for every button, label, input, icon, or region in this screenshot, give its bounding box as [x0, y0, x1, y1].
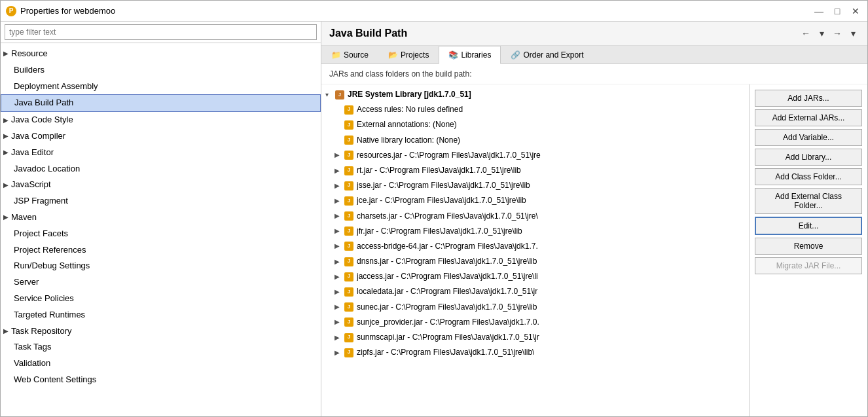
- tab-projects[interactable]: 📂 Projects: [378, 46, 439, 63]
- tree-item-sunmscapi-jar[interactable]: ▶ J sunmscapi.jar - C:\Program Files\Jav…: [321, 330, 749, 345]
- add-class-folder-button[interactable]: Add Class Folder...: [755, 168, 862, 185]
- tree-expand-icon: ▶: [335, 272, 344, 282]
- sidebar-item-project-facets[interactable]: Project Facets: [1, 226, 321, 242]
- tree-item-access-rules[interactable]: J Access rules: No rules defined: [321, 102, 749, 117]
- tree-item-jce-jar[interactable]: ▶ J jce.jar - C:\Program Files\Java\jdk1…: [321, 193, 749, 208]
- arrow-icon: ▶: [3, 48, 9, 59]
- sidebar-item-task-repository[interactable]: ▶ Task Repository: [1, 323, 321, 340]
- arrow-icon: ▶: [3, 115, 9, 126]
- sidebar-item-java-compiler[interactable]: ▶ Java Compiler: [1, 128, 321, 145]
- migrate-jar-button[interactable]: Migrate JAR File...: [755, 257, 862, 274]
- dropdown-button[interactable]: ▾: [815, 27, 828, 40]
- sidebar-item-label: Project Facets: [14, 227, 68, 241]
- sidebar-item-builders[interactable]: Builders: [1, 62, 321, 79]
- sidebar-item-service-policies[interactable]: Service Policies: [1, 291, 321, 307]
- add-library-button[interactable]: Add Library...: [755, 149, 862, 166]
- tree-expand-icon: ▶: [335, 196, 344, 206]
- sidebar-item-label: Maven: [11, 211, 37, 225]
- tree-item-dnsns-jar[interactable]: ▶ J dnsns.jar - C:\Program Files\Java\jd…: [321, 254, 749, 269]
- sidebar-item-maven[interactable]: ▶ Maven: [1, 209, 321, 226]
- tree-item-rt-jar[interactable]: ▶ J rt.jar - C:\Program Files\Java\jdk1.…: [321, 163, 749, 178]
- tree-item-zipfs-jar[interactable]: ▶ J zipfs.jar - C:\Program Files\Java\jd…: [321, 345, 749, 360]
- tree-label: Access rules: No rules defined: [357, 103, 463, 116]
- jar-icon: J: [344, 211, 354, 221]
- filter-input[interactable]: [5, 24, 317, 40]
- sidebar-item-task-tags[interactable]: Task Tags: [1, 339, 321, 355]
- filter-container: [1, 22, 321, 43]
- tab-source[interactable]: 📁 Source: [321, 46, 378, 63]
- forward-button[interactable]: →: [831, 27, 844, 40]
- window-icon: P: [6, 6, 16, 16]
- sidebar: ▶ Resource Builders Deployment Assembly …: [1, 22, 321, 416]
- add-external-class-folder-button[interactable]: Add External Class Folder...: [755, 188, 862, 214]
- sidebar-item-java-build-path[interactable]: Java Build Path: [1, 94, 321, 112]
- sidebar-item-resource[interactable]: ▶ Resource: [1, 46, 321, 62]
- close-button[interactable]: ✕: [849, 5, 862, 18]
- sidebar-item-label: Java Build Path: [14, 96, 73, 110]
- tree-label: sunjce_provider.jar - C:\Program Files\J…: [357, 316, 539, 329]
- title-bar: P Properties for webdemoo — □ ✕: [1, 1, 867, 22]
- edit-button[interactable]: Edit...: [755, 217, 862, 235]
- back-button[interactable]: ←: [799, 27, 812, 40]
- tree-expand-icon: ▶: [335, 211, 344, 221]
- tree-label: jfr.jar - C:\Program Files\Java\jdk1.7.0…: [357, 225, 522, 238]
- minimize-button[interactable]: —: [812, 5, 825, 18]
- sidebar-item-server[interactable]: Server: [1, 274, 321, 291]
- tree-item-native-library[interactable]: J Native library location: (None): [321, 133, 749, 148]
- projects-tab-icon: 📂: [388, 50, 398, 60]
- right-panel: Java Build Path ← ▾ → ▾ 📁 Source 📂 Proje…: [321, 22, 867, 416]
- tree-item-external-annotations[interactable]: J External annotations: (None): [321, 117, 749, 132]
- sidebar-item-label: JSP Fragment: [14, 194, 68, 208]
- maximize-button[interactable]: □: [831, 5, 844, 18]
- tree-item-sunjce-jar[interactable]: ▶ J sunjce_provider.jar - C:\Program Fil…: [321, 315, 749, 330]
- tree-label: zipfs.jar - C:\Program Files\Java\jdk1.7…: [357, 346, 534, 359]
- tree-label: localedata.jar - C:\Program Files\Java\j…: [357, 285, 537, 298]
- tree-item-resources-jar[interactable]: ▶ J resources.jar - C:\Program Files\Jav…: [321, 148, 749, 163]
- add-jars-button[interactable]: Add JARs...: [755, 90, 862, 107]
- tree-item-charsets-jar[interactable]: ▶ J charsets.jar - C:\Program Files\Java…: [321, 209, 749, 224]
- tab-libraries[interactable]: 📚 Libraries: [439, 46, 501, 64]
- jar-icon: J: [344, 317, 354, 327]
- remove-button[interactable]: Remove: [755, 238, 862, 255]
- nav-arrows-right: ← ▾ → ▾: [799, 27, 859, 40]
- sidebar-item-deployment-assembly[interactable]: Deployment Assembly: [1, 79, 321, 95]
- arrow-icon: ▶: [3, 147, 9, 158]
- sidebar-item-jsp-fragment[interactable]: JSP Fragment: [1, 193, 321, 209]
- tree-item-access-bridge-jar[interactable]: ▶ J access-bridge-64.jar - C:\Program Fi…: [321, 239, 749, 254]
- tree-item-localedata-jar[interactable]: ▶ J localedata.jar - C:\Program Files\Ja…: [321, 284, 749, 299]
- tree-label: rt.jar - C:\Program Files\Java\jdk1.7.0_…: [357, 164, 521, 177]
- add-variable-button[interactable]: Add Variable...: [755, 129, 862, 146]
- sidebar-item-label: Service Policies: [14, 292, 74, 306]
- tree-item-jre[interactable]: ▾ J JRE System Library [jdk1.7.0_51]: [321, 87, 749, 102]
- forward-dropdown-button[interactable]: ▾: [846, 27, 859, 40]
- jar-icon: J: [344, 166, 354, 176]
- main-window: P Properties for webdemoo — □ ✕ ▶ Resour…: [0, 0, 868, 417]
- tree-expand-icon: ▶: [335, 302, 344, 312]
- sidebar-item-java-code-style[interactable]: ▶ Java Code Style: [1, 112, 321, 128]
- main-content: ▶ Resource Builders Deployment Assembly …: [1, 22, 867, 416]
- sidebar-item-javascript[interactable]: ▶ JavaScript: [1, 177, 321, 193]
- tree-item-jfr-jar[interactable]: ▶ J jfr.jar - C:\Program Files\Java\jdk1…: [321, 224, 749, 239]
- sidebar-item-project-references[interactable]: Project References: [1, 242, 321, 259]
- tree-item-jaccess-jar[interactable]: ▶ J jaccess.jar - C:\Program Files\Java\…: [321, 269, 749, 284]
- tree-expand-icon: ▶: [335, 150, 344, 160]
- sidebar-item-targeted-runtimes[interactable]: Targeted Runtimes: [1, 307, 321, 323]
- content-area: ▾ J JRE System Library [jdk1.7.0_51] J: [321, 84, 867, 416]
- jar-icon: J: [344, 333, 354, 343]
- window-title: Properties for webdemoo: [20, 6, 115, 16]
- jar-icon: J: [344, 287, 354, 297]
- tab-order-export[interactable]: 🔗 Order and Export: [501, 46, 593, 63]
- sidebar-item-web-content-settings[interactable]: Web Content Settings: [1, 372, 321, 388]
- tree-label: External annotations: (None): [357, 118, 457, 131]
- add-external-jars-button[interactable]: Add External JARs...: [755, 109, 862, 126]
- panel-title: Java Build Path: [329, 27, 407, 39]
- sidebar-item-java-editor[interactable]: ▶ Java Editor: [1, 145, 321, 161]
- tab-label: Order and Export: [523, 50, 583, 60]
- tree-item-sunec-jar[interactable]: ▶ J sunec.jar - C:\Program Files\Java\jd…: [321, 300, 749, 315]
- sidebar-item-javadoc-location[interactable]: Javadoc Location: [1, 161, 321, 177]
- tree-item-jsse-jar[interactable]: ▶ J jsse.jar - C:\Program Files\Java\jdk…: [321, 178, 749, 193]
- tab-label: Libraries: [461, 50, 491, 60]
- jar-icon: J: [344, 120, 354, 130]
- sidebar-item-validation[interactable]: Validation: [1, 355, 321, 372]
- sidebar-item-run-debug-settings[interactable]: Run/Debug Settings: [1, 258, 321, 274]
